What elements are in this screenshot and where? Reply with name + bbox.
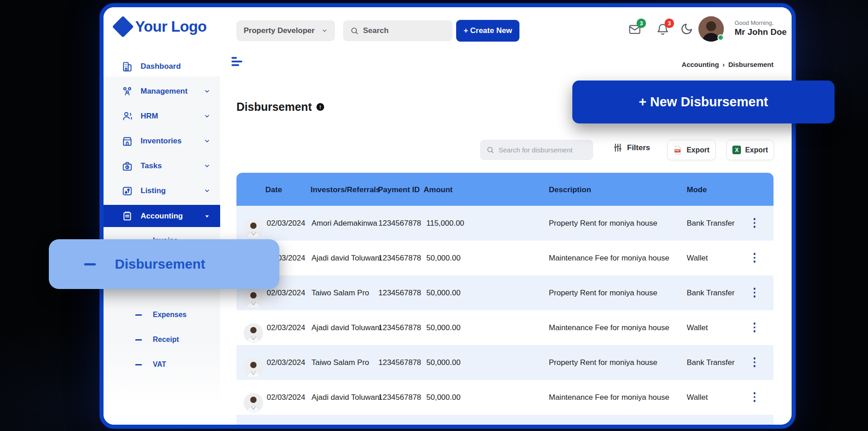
dash-icon xyxy=(135,364,142,365)
disbursement-submenu-callout[interactable]: Disbursement xyxy=(49,239,279,289)
app-window: Your Logo Property Developer + Create Ne… xyxy=(99,3,796,429)
logo-text: Your Logo xyxy=(135,18,207,35)
chevron-down-icon xyxy=(204,88,210,95)
logo[interactable]: Your Logo xyxy=(115,18,207,35)
sidebar-item-label: Listing xyxy=(141,186,166,195)
user-name: Mr John Doe xyxy=(735,27,787,37)
table-search-input[interactable] xyxy=(499,146,585,154)
dark-mode-toggle[interactable] xyxy=(680,23,694,36)
sidebar: Dashboard Management HRM Inventories Tas… xyxy=(104,52,220,425)
sidebar-item-accounting[interactable]: Accounting xyxy=(104,205,220,227)
row-avatar xyxy=(244,428,263,429)
cell-amount: 50,000.00 xyxy=(426,393,461,402)
sidebar-item-label: HRM xyxy=(141,112,158,121)
cell-date: 02/03/2024 xyxy=(267,289,305,298)
cell-date: 02/03/2024 xyxy=(267,393,305,402)
cell-mode: Wallet xyxy=(687,254,708,263)
dash-icon xyxy=(135,314,142,316)
export-pdf-button[interactable]: PDF Export xyxy=(667,140,716,160)
breadcrumb: Accounting › Disbursement xyxy=(682,61,774,68)
table-header-row: Date Investors/Referrals Payment ID Amou… xyxy=(236,173,774,206)
sidebar-item-inventories[interactable]: Inventories xyxy=(104,131,220,151)
table-row[interactable]: 02/03/2024 Ajadi david Toluwani 12345678… xyxy=(236,241,774,275)
cell-mode: Wallet xyxy=(687,393,708,402)
global-search[interactable] xyxy=(343,20,453,41)
cell-description: Property Rent for moniya house xyxy=(549,358,657,367)
dashboard-icon xyxy=(122,61,133,72)
org-selector-dropdown[interactable]: Property Developer xyxy=(236,20,335,41)
sidebar-subitem-expenses[interactable]: Expenses xyxy=(104,306,220,324)
global-search-input[interactable] xyxy=(363,26,435,35)
sidebar-subitem-receipt[interactable]: Receipt xyxy=(104,331,220,349)
row-avatar xyxy=(244,289,263,308)
sidebar-item-label: Accounting xyxy=(141,212,183,221)
cell-payment-id: 1234567878 xyxy=(378,219,421,228)
row-actions-kebab-icon[interactable] xyxy=(750,391,760,403)
cell-investor-name: Ajadi david Toluwani xyxy=(311,254,381,263)
sidebar-subitem-vat[interactable]: VAT xyxy=(104,355,220,374)
cell-description: Property Rent for moniya house xyxy=(549,289,657,298)
new-disbursement-button[interactable]: + New Disbursement xyxy=(572,81,835,123)
cell-amount: 50,000.00 xyxy=(426,358,461,367)
person-icon xyxy=(122,111,133,122)
table-row[interactable]: 02/03/2024 Ajadi david Toluwani 12345678… xyxy=(236,310,774,345)
row-avatar xyxy=(244,358,263,378)
row-actions-kebab-icon[interactable] xyxy=(750,356,760,369)
sidebar-item-tasks[interactable]: Tasks xyxy=(104,156,220,176)
sidebar-item-listing[interactable]: Listing xyxy=(104,181,220,201)
export-excel-button[interactable]: X Export xyxy=(726,140,774,160)
row-actions-kebab-icon[interactable] xyxy=(750,286,760,299)
cell-mode: Bank Transfer xyxy=(687,219,735,228)
chevron-down-icon xyxy=(204,138,210,144)
sidebar-collapse-toggle-icon[interactable] xyxy=(231,57,243,67)
cell-date: 02/03/2024 xyxy=(267,323,305,332)
cell-payment-id: 1234567878 xyxy=(378,323,421,332)
notifications-button[interactable]: 3 xyxy=(656,23,670,36)
filters-label: Filters xyxy=(627,143,650,152)
column-header-payment-id: Payment ID xyxy=(378,185,420,194)
cell-description: Maintenance Fee for moniya house xyxy=(549,254,670,263)
row-actions-kebab-icon[interactable] xyxy=(750,321,760,334)
search-icon xyxy=(486,146,494,154)
sidebar-item-hrm[interactable]: HRM xyxy=(104,106,220,126)
sidebar-item-label: Inventories xyxy=(141,137,182,146)
column-header-investors: Investors/Referrals xyxy=(311,185,380,194)
mail-button[interactable]: 3 xyxy=(628,23,642,36)
info-icon[interactable]: ! xyxy=(316,103,324,111)
row-actions-kebab-icon[interactable] xyxy=(750,251,760,264)
sidebar-item-label: Dashboard xyxy=(141,62,181,71)
table-row-partial[interactable] xyxy=(236,415,774,429)
table-row[interactable]: 02/03/2024 Taiwo Salam Pro 1234567878 50… xyxy=(236,275,774,310)
sidebar-item-management[interactable]: Management xyxy=(104,81,220,101)
cell-mode: Wallet xyxy=(687,323,708,332)
row-actions-kebab-icon[interactable] xyxy=(750,217,760,229)
cell-investor-name: Amori Ademakinwa xyxy=(311,219,377,228)
cell-payment-id: 1234567878 xyxy=(378,393,421,402)
sidebar-item-dashboard[interactable]: Dashboard xyxy=(104,57,220,76)
pdf-file-icon: PDF xyxy=(674,146,683,155)
sidebar-subitem-label: Receipt xyxy=(153,336,179,344)
cell-payment-id: 1234567878 xyxy=(378,254,421,263)
invoice-icon xyxy=(122,210,133,222)
create-new-button[interactable]: + Create New xyxy=(456,20,519,42)
filters-button[interactable]: Filters xyxy=(613,143,650,152)
table-search[interactable] xyxy=(480,140,593,160)
sidebar-subitem-label: Expenses xyxy=(153,311,187,319)
sidebar-item-label: Management xyxy=(141,87,188,96)
breadcrumb-current[interactable]: Disbursement xyxy=(728,61,774,68)
breadcrumb-parent[interactable]: Accounting xyxy=(682,61,719,68)
column-header-description: Description xyxy=(549,185,591,194)
excel-file-icon: X xyxy=(732,146,741,154)
cell-amount: 50,000.00 xyxy=(426,323,461,332)
notifications-badge: 3 xyxy=(665,19,674,28)
search-icon xyxy=(350,27,359,35)
cell-mode: Bank Transfer xyxy=(687,289,735,298)
cell-amount: 115,000.00 xyxy=(426,219,464,228)
table-row[interactable]: 02/03/2024 Taiwo Salam Pro 1234567878 50… xyxy=(236,345,774,380)
chevron-down-filled-icon xyxy=(204,213,210,219)
filters-sliders-icon xyxy=(613,143,623,152)
table-row[interactable]: 02/03/2024 Ajadi david Toluwani 12345678… xyxy=(236,380,774,415)
table-row[interactable]: 02/03/2024 Amori Ademakinwa 1234567878 1… xyxy=(236,206,774,241)
briefcase-icon xyxy=(122,161,133,172)
online-status-dot xyxy=(717,34,724,41)
